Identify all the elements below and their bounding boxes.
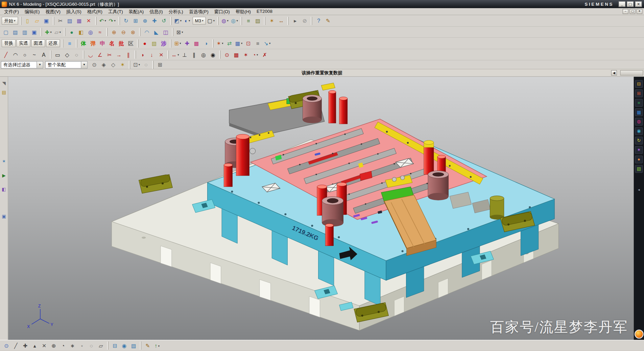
assembly-navigator-toggle-icon[interactable]: ⊟ (111, 341, 119, 350)
parallel-constraint-icon[interactable]: ∥ (190, 50, 198, 59)
menu-item-8[interactable]: 分析(L) (166, 8, 186, 15)
maximize-button[interactable]: ▢ (627, 1, 634, 7)
constraint-navigator-icon[interactable]: ⊞ (635, 90, 643, 97)
menu-item-5[interactable]: 工具(T) (105, 8, 126, 15)
shell-icon[interactable]: ◫ (161, 28, 170, 36)
chamfer-icon[interactable]: ◣ (152, 28, 161, 36)
coincident-constraint-icon[interactable]: ◉ (209, 50, 217, 59)
shen-char-button[interactable]: 申 (98, 39, 107, 48)
menu-item-11[interactable]: 帮助(H) (233, 8, 254, 15)
gas-spring-cylinder-large[interactable] (236, 134, 249, 176)
cascade-windows-icon[interactable]: ▤ (11, 28, 20, 36)
view-in-layer-icon[interactable]: ▤ (254, 17, 262, 25)
quick-dimension-icon[interactable]: ↔▾ (171, 50, 180, 59)
offset-curve-icon[interactable]: ∥ (124, 50, 133, 59)
fillet-icon[interactable]: ◡ (86, 50, 95, 59)
menu-item-9[interactable]: 首选项(P) (186, 8, 211, 15)
rotate-view-icon[interactable]: ↺ (160, 17, 168, 25)
m3-dropdown[interactable]: M3▾ (192, 17, 206, 25)
selection-scope-caret-icon[interactable]: ▼ (81, 61, 87, 68)
control-point-snap-icon[interactable]: ▴ (30, 341, 39, 350)
solid-transparent-button[interactable]: 实透 (17, 40, 30, 47)
redo-icon[interactable]: ↷▾ (108, 17, 117, 25)
hd3d-tools-icon[interactable]: ◍ (635, 118, 643, 126)
body-char-button[interactable]: 体 (79, 39, 88, 48)
point-on-curve-snap-icon[interactable]: ◦ (78, 341, 87, 350)
mirror-curve-icon[interactable]: ◑ (138, 50, 147, 59)
point-tool-icon[interactable]: ✚▾ (44, 28, 53, 36)
sketch-text-icon[interactable]: A (40, 50, 48, 59)
deselect-all-icon[interactable]: ⊘ (300, 17, 309, 25)
clearance-analysis-icon[interactable]: ⊡ (244, 39, 253, 48)
top-selection-icon[interactable]: ◈ (99, 60, 108, 69)
snap-star-icon[interactable]: ✶ (0, 158, 8, 165)
fit-view-icon[interactable]: ⊞ (131, 17, 140, 25)
web-browser-icon[interactable]: ◉ (635, 127, 643, 135)
guide-bushing-center[interactable] (322, 197, 343, 227)
arc-center-snap-icon[interactable]: ⊕ (49, 341, 58, 350)
pattern-curve-icon[interactable]: ▩ (232, 50, 241, 59)
intersect-curve-icon[interactable]: ✕ (157, 50, 166, 59)
quadrant-snap-icon[interactable]: ◔ (59, 341, 68, 350)
gas-spring-cylinder[interactable] (339, 97, 348, 124)
cut-icon[interactable]: ✂ (56, 17, 65, 25)
save-icon[interactable]: ▣ (42, 17, 51, 25)
menu-item-0[interactable]: 文件(F) (1, 8, 22, 15)
selection-scope-dropdown[interactable]: 整个装配 ▼ (45, 61, 88, 68)
roles-icon[interactable]: ● (635, 155, 643, 163)
spring-char-button[interactable]: 弹 (89, 39, 97, 48)
close-button[interactable]: ✕ (635, 1, 642, 7)
gas-spring-cylinder[interactable] (325, 224, 333, 246)
polygon-icon[interactable]: ◇ (63, 50, 72, 59)
menu-item-7[interactable]: 信息(I) (147, 8, 166, 15)
layer-settings-icon[interactable]: ≡ (244, 17, 253, 25)
minimize-button[interactable]: _ (619, 1, 626, 7)
area-char-button[interactable]: 区 (126, 39, 135, 48)
menu-item-2[interactable]: 视图(V) (43, 8, 64, 15)
arc-icon[interactable]: ◠ (11, 50, 20, 59)
edge-blend-icon[interactable]: ◠ (143, 28, 151, 36)
paste-icon[interactable]: ▦ (75, 17, 84, 25)
rectangle-icon[interactable]: ▭ (53, 50, 62, 59)
doc-minimize-button[interactable]: – (623, 9, 628, 14)
selection-filter-caret-icon[interactable]: ▼ (37, 61, 43, 68)
revolve-icon[interactable]: ◎ (86, 28, 95, 36)
cue-scroll-left-button[interactable]: ◀ (611, 70, 617, 76)
start-button[interactable]: 开始▾ (2, 17, 18, 25)
undo-icon[interactable]: ↶▾ (98, 17, 107, 25)
extrude-icon[interactable]: ◧ (77, 28, 86, 36)
half-block-icon[interactable]: ◧ (0, 185, 8, 193)
assembly-navigator-icon[interactable]: ⊟ (635, 80, 643, 88)
bounded-plane-snap-icon[interactable]: ▱ (97, 341, 105, 350)
rectangle-select-icon[interactable]: ⊡▾ (132, 60, 141, 69)
point-on-face-snap-icon[interactable]: ◌ (87, 341, 96, 350)
pattern-component-icon[interactable]: ▩ (192, 39, 201, 48)
chamfer-curve-icon[interactable]: ∠ (96, 50, 104, 59)
pmi-note-icon[interactable]: ✎ (143, 341, 152, 350)
new-window-icon[interactable]: ▢ (2, 28, 10, 36)
menu-item-6[interactable]: 装配(A) (126, 8, 147, 15)
move-up-assembly-icon[interactable]: ↑▾ (153, 341, 162, 350)
mid-point-snap-icon[interactable]: ✚ (21, 341, 30, 350)
find-component-icon[interactable]: ◉ (120, 341, 129, 350)
menu-item-3[interactable]: 插入(S) (64, 8, 85, 15)
pan-icon[interactable]: ✚ (150, 17, 159, 25)
face-transparent-button[interactable]: 面透 (31, 40, 45, 47)
reuse-library-icon[interactable]: ▦ (635, 108, 643, 116)
spline-icon[interactable]: ~ (30, 50, 39, 59)
stop-cylinder[interactable] (490, 196, 504, 220)
assembly-sequence-icon[interactable]: ⇄ (225, 39, 234, 48)
stop-sketch-icon[interactable]: ◔▾ (251, 50, 260, 59)
lasso-select-icon[interactable]: ◌ (142, 60, 150, 69)
show-hide-icon[interactable]: ◍▾ (221, 17, 230, 25)
guide-bushing-top[interactable] (303, 95, 321, 123)
subtract-icon[interactable]: ⊖ (119, 28, 128, 36)
new-file-icon[interactable]: ▯ (23, 17, 32, 25)
refresh-view-icon[interactable]: ↻ (122, 17, 130, 25)
datum-plane-icon[interactable]: ▱▾ (53, 28, 62, 36)
guide-bushing-right[interactable] (428, 171, 449, 200)
swept-icon[interactable]: ≈ (96, 28, 104, 36)
annotation-pen-icon[interactable]: ✎ (324, 17, 333, 25)
play-icon[interactable]: ▶ (0, 172, 8, 179)
tangent-constraint-icon[interactable]: ◎ (199, 50, 208, 59)
